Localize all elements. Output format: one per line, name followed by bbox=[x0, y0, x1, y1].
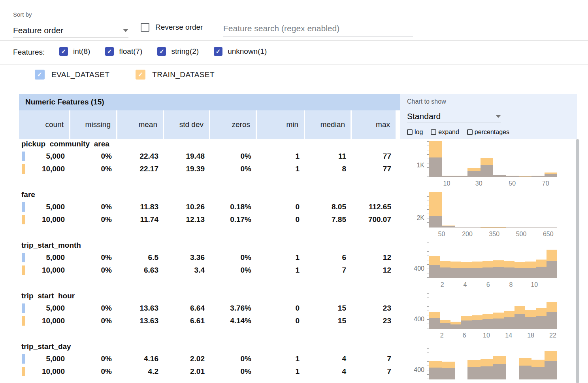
y-axis-label: 400 bbox=[407, 366, 424, 374]
checkbox-checked-icon[interactable]: ✓ bbox=[105, 47, 114, 56]
stat-max: 77 bbox=[352, 165, 397, 173]
histogram-bars bbox=[429, 344, 557, 379]
sort-by-value: Feature order bbox=[13, 26, 63, 35]
chart-type-value: Standard bbox=[407, 112, 441, 121]
chart-toggle-percentages[interactable]: percentages bbox=[467, 129, 509, 136]
feature-type-filter-label: string(2) bbox=[171, 47, 199, 56]
x-tick-label: 6 bbox=[463, 332, 466, 339]
stat-mean: 11.83 bbox=[117, 203, 164, 211]
feature-histogram: 4002610141822 bbox=[407, 291, 573, 341]
stat-std_dev: 6.64 bbox=[164, 304, 210, 313]
eval-bar bbox=[493, 319, 504, 329]
eval-bar bbox=[461, 320, 472, 329]
feature-name: pickup_community_area bbox=[21, 140, 109, 148]
stat-count: 5,000 bbox=[19, 355, 70, 363]
stats-row-eval: 5,0000%11.8310.260.18%08.05112.65 bbox=[19, 202, 397, 212]
eval-bar bbox=[525, 317, 536, 329]
feature-block-trip_start_day: trip_start_day5,0000%4.162.020%14710,000… bbox=[19, 341, 575, 383]
features-list: pickup_community_area5,0000%22.4319.480%… bbox=[19, 139, 575, 383]
x-tick-label: 2 bbox=[440, 332, 444, 339]
eval-bar bbox=[506, 176, 518, 177]
feature-type-filter-unknown[interactable]: ✓unknown(1) bbox=[214, 47, 267, 56]
eval-bar bbox=[429, 157, 442, 177]
dataset-label: EVAL_DATASET bbox=[51, 70, 109, 79]
checkbox-checked-icon[interactable]: ✓ bbox=[59, 47, 68, 56]
eval-bar bbox=[450, 324, 461, 329]
stat-min: 1 bbox=[257, 367, 305, 376]
stats-row-eval: 5,0000%22.4319.480%11177 bbox=[19, 151, 397, 161]
feature-search-input[interactable] bbox=[223, 21, 413, 36]
reverse-order-control[interactable]: Reverse order bbox=[141, 23, 203, 32]
chart-type-select[interactable]: Standard bbox=[407, 110, 501, 123]
x-tick-label: 10 bbox=[443, 180, 450, 187]
chart-toggle-label: percentages bbox=[475, 129, 509, 136]
feature-type-filter-float[interactable]: ✓float(7) bbox=[105, 47, 142, 56]
stat-missing: 0% bbox=[70, 367, 117, 376]
histogram-plot bbox=[429, 344, 557, 379]
checkbox-checked-icon[interactable]: ✓ bbox=[214, 47, 222, 56]
stat-mean: 13.63 bbox=[117, 317, 164, 325]
divider bbox=[0, 64, 588, 65]
feature-type-filter-string[interactable]: ✓string(2) bbox=[157, 47, 199, 56]
chart-toggle-log[interactable]: log bbox=[407, 129, 423, 136]
dataset-toggle-train_dataset[interactable]: ✓TRAIN_DATASET bbox=[136, 70, 215, 80]
stat-std_dev: 2.02 bbox=[164, 355, 210, 363]
facets-overview: Sort by Feature order Reverse order Feat… bbox=[0, 0, 588, 383]
eval-bar bbox=[455, 227, 467, 228]
sort-by-select[interactable]: Feature order bbox=[13, 23, 128, 38]
stat-missing: 0% bbox=[70, 215, 117, 224]
x-tick-label: 2 bbox=[441, 281, 444, 288]
histogram-bucket bbox=[455, 141, 467, 177]
stat-max: 12 bbox=[352, 266, 397, 275]
feature-histogram: 2K50200350500650 bbox=[407, 190, 573, 240]
eval-bar bbox=[531, 176, 544, 177]
stat-count: 10,000 bbox=[19, 215, 70, 224]
eval-bar bbox=[525, 268, 536, 278]
checkbox-checked-icon[interactable]: ✓ bbox=[35, 70, 45, 80]
stat-mean: 6.5 bbox=[117, 253, 164, 262]
histogram-bars bbox=[429, 243, 557, 278]
reverse-order-checkbox[interactable] bbox=[141, 23, 149, 32]
stat-count: 5,000 bbox=[19, 304, 70, 313]
checkbox-unchecked-icon[interactable] bbox=[431, 129, 436, 135]
sort-by-label: Sort by bbox=[13, 11, 32, 18]
y-axis-label: 400 bbox=[407, 265, 424, 272]
histogram-bucket bbox=[519, 344, 531, 379]
chart-toggle-expand[interactable]: expand bbox=[431, 129, 459, 136]
stats-row-eval: 5,0000%4.162.020%147 bbox=[19, 354, 397, 364]
checkbox-checked-icon[interactable]: ✓ bbox=[136, 70, 145, 80]
feature-type-filters: ✓int(8)✓float(7)✓string(2)✓unknown(1) bbox=[59, 47, 267, 56]
chevron-down-icon bbox=[496, 115, 501, 118]
feature-type-filter-int[interactable]: ✓int(8) bbox=[59, 47, 90, 56]
vertical-scrollbar[interactable] bbox=[576, 139, 579, 383]
histogram-bucket bbox=[461, 293, 472, 329]
checkbox-unchecked-icon[interactable] bbox=[407, 129, 413, 135]
feature-name: trip_start_month bbox=[21, 241, 81, 250]
x-tick-label: 8 bbox=[509, 281, 513, 288]
checkbox-checked-icon[interactable]: ✓ bbox=[157, 47, 166, 56]
eval-bar bbox=[504, 267, 514, 278]
eval-bar bbox=[531, 367, 544, 379]
feature-histogram: 400246810 bbox=[407, 240, 573, 291]
histogram-bucket bbox=[442, 141, 454, 177]
stat-median: 7.85 bbox=[305, 215, 352, 224]
eval-bar bbox=[481, 366, 493, 379]
histogram-plot bbox=[429, 293, 557, 329]
feature-type-filter-label: unknown(1) bbox=[228, 47, 267, 56]
checkbox-unchecked-icon[interactable] bbox=[467, 129, 473, 135]
histogram-bucket bbox=[472, 243, 482, 278]
scrollbar-thumb[interactable] bbox=[576, 139, 579, 383]
stat-missing: 0% bbox=[70, 203, 117, 211]
stats-row-train: 10,0000%13.636.614.14%01523 bbox=[19, 316, 397, 326]
stat-missing: 0% bbox=[70, 165, 117, 173]
stat-min: 1 bbox=[257, 355, 305, 363]
stat-mean: 6.63 bbox=[117, 266, 164, 275]
histogram-bucket bbox=[481, 141, 493, 177]
feature-name: fare bbox=[21, 190, 35, 199]
histogram-bucket bbox=[536, 243, 547, 278]
histogram-bucket bbox=[455, 344, 467, 379]
eval-bar bbox=[514, 268, 525, 278]
histogram-bucket bbox=[429, 293, 440, 329]
stat-count: 5,000 bbox=[19, 203, 70, 211]
dataset-toggle-eval_dataset[interactable]: ✓EVAL_DATASET bbox=[35, 70, 109, 80]
